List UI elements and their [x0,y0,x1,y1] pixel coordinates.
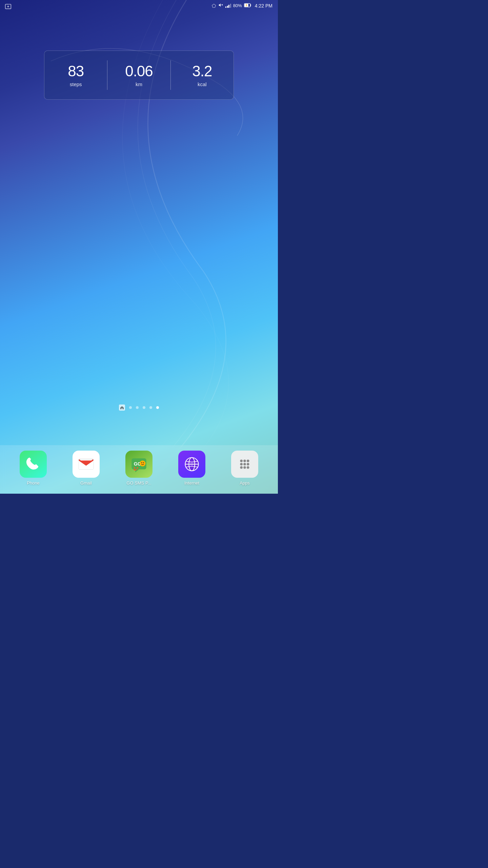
page-dot-2[interactable] [129,406,132,409]
clock: 4:22 PM [255,3,272,8]
steps-label: steps [70,81,82,87]
page-dot-3[interactable] [136,406,139,409]
svg-point-24 [247,459,249,462]
steps-value: 83 [68,63,84,79]
page-dot-5[interactable] [149,406,152,409]
page-dot-4[interactable] [143,406,145,409]
apps-app-icon[interactable] [231,451,258,478]
dock-item-gosms[interactable]: GO GO SMS P... [120,451,158,486]
svg-point-22 [240,459,243,462]
gosms-app-icon[interactable]: GO [125,451,152,478]
phone-app-icon[interactable] [20,451,47,478]
bluetooth-icon: ⬠ [212,3,216,8]
svg-point-26 [243,463,246,466]
home-page-dot[interactable] [119,405,125,411]
battery-icon [244,3,251,8]
svg-point-21 [190,462,194,466]
internet-label: Internet [184,480,199,486]
svg-point-13 [141,462,142,463]
signal-icon [225,3,231,8]
svg-point-12 [140,460,145,466]
mute-icon [218,3,223,8]
phone-label: Phone [27,480,40,486]
dock: Phone Gmail GO [0,445,278,494]
svg-point-23 [243,459,246,462]
calories-label: kcal [198,81,207,87]
status-bar: ⬠ 80% 4:22 PM [0,0,278,10]
svg-point-30 [247,466,249,469]
svg-point-28 [240,466,243,469]
battery-percentage: 80% [233,3,242,8]
steps-stat: 83 steps [44,60,107,90]
gmail-app-icon[interactable] [73,451,100,478]
dock-item-phone[interactable]: Phone [15,451,52,486]
svg-point-15 [134,467,135,469]
distance-stat: 0.06 km [107,60,170,90]
svg-point-16 [137,467,138,469]
page-dot-6-active[interactable] [156,406,159,409]
distance-label: km [136,81,142,87]
svg-point-25 [240,463,243,466]
distance-value: 0.06 [125,63,153,79]
internet-app-icon[interactable] [178,451,205,478]
gosms-label: GO SMS P... [126,480,151,486]
gmail-label: Gmail [80,480,92,486]
calories-stat: 3.2 kcal [171,60,233,90]
fitness-widget[interactable]: 83 steps 0.06 km 3.2 kcal [44,51,234,100]
svg-point-27 [247,463,249,466]
calories-value: 3.2 [192,63,212,79]
dock-item-apps[interactable]: Apps [226,451,263,486]
svg-point-29 [243,466,246,469]
page-indicators [0,405,278,411]
dock-item-internet[interactable]: Internet [173,451,210,486]
dock-item-gmail[interactable]: Gmail [67,451,105,486]
apps-label: Apps [240,480,250,486]
svg-point-14 [143,462,144,463]
